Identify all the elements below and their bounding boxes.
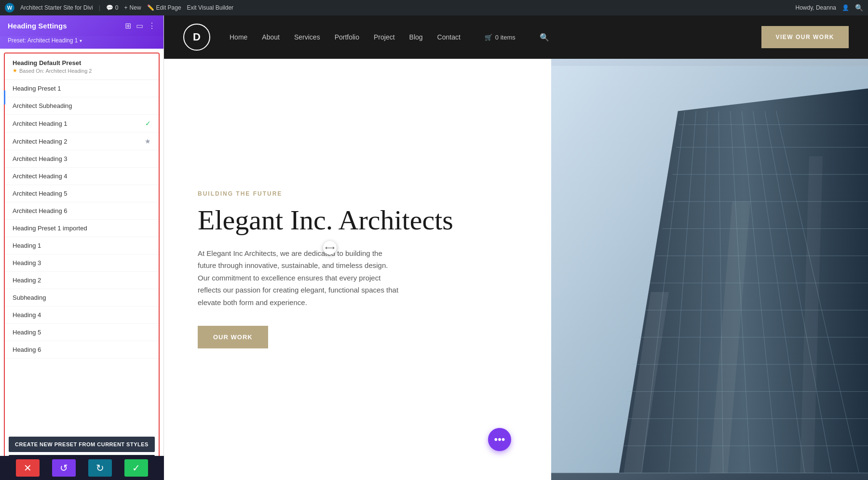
close-button[interactable]: ✕ — [16, 459, 40, 477]
heading-settings-panel: Heading Settings ⊞ ▭ ⋮ Preset: Architect… — [0, 15, 164, 480]
exit-visual-builder-link[interactable]: Exit Visual Builder — [187, 4, 234, 11]
create-preset-button[interactable]: Create New Preset From Current Styles — [9, 437, 155, 452]
nav-search-icon[interactable]: 🔍 — [540, 33, 549, 42]
site-name[interactable]: Architect Starter Site for Divi — [20, 4, 93, 11]
preset-item-label: Heading 5 — [13, 329, 41, 336]
preset-item-label: Heading 1 — [13, 242, 41, 249]
preset-item-label: Architect Heading 1 — [13, 120, 67, 127]
preset-item-label: Architect Heading 5 — [13, 190, 67, 197]
star-icon: ★ — [13, 67, 17, 74]
list-item[interactable]: Heading 4 — [5, 307, 159, 324]
bottom-toolbar: ✕ ↺ ↻ ✓ — [0, 456, 164, 480]
nav-cart[interactable]: 🛒 0 items — [485, 34, 515, 41]
based-on-info: ★ Based On: Architect Heading 2 — [13, 67, 151, 74]
list-item[interactable]: Heading 5 — [5, 324, 159, 341]
preset-selector[interactable]: Preset: Architect Heading 1 ▾ — [0, 36, 163, 49]
preset-items-list: Heading Preset 1Architect SubheadingArch… — [5, 80, 159, 432]
list-item[interactable]: Heading 6 — [5, 341, 159, 359]
nav-home[interactable]: Home — [230, 33, 247, 41]
hero-body-text: At Elegant Inc Architects, we are dedica… — [198, 247, 400, 309]
preset-item-label: Heading Preset 1 — [13, 85, 61, 92]
hero-section: Building the Future Elegant Inc. Archite… — [164, 59, 868, 480]
list-item[interactable]: Heading 3 — [5, 254, 159, 272]
list-item[interactable]: Heading 2 — [5, 272, 159, 289]
hero-title: Elegant Inc. Architects — [198, 205, 517, 236]
nav-contact[interactable]: Contact — [437, 33, 461, 41]
comment-count[interactable]: 💬 0 — [106, 4, 119, 11]
active-indicator — [4, 90, 5, 105]
list-item[interactable]: Heading Preset 1 imported — [5, 220, 159, 237]
site-logo[interactable]: D — [183, 24, 210, 51]
preset-item-label: Architect Heading 3 — [13, 155, 67, 162]
maximize-icon[interactable]: ⊞ — [125, 21, 131, 30]
user-avatar[interactable]: 👤 — [842, 4, 849, 11]
building-illustration — [551, 59, 868, 480]
list-item[interactable]: Architect Heading 2★ — [5, 133, 159, 150]
nav-cta-button[interactable]: View Our Work — [761, 26, 849, 48]
panel-title: Heading Settings — [8, 22, 67, 30]
preset-item-label: Heading Preset 1 imported — [13, 225, 87, 232]
preset-item-label: Architect Heading 2 — [13, 138, 67, 145]
resize-handle[interactable]: ⟷ — [323, 241, 337, 254]
list-item[interactable]: Architect Heading 6 — [5, 202, 159, 220]
list-item[interactable]: Architect Heading 3 — [5, 150, 159, 168]
fab-button[interactable]: ••• — [488, 428, 511, 451]
list-item[interactable]: Heading 1 — [5, 237, 159, 254]
list-item[interactable]: Subheading — [5, 289, 159, 307]
star-icon: ★ — [145, 137, 151, 145]
preset-item-label: Heading 2 — [13, 277, 41, 284]
list-item[interactable]: Architect Subheading — [5, 97, 159, 115]
main-area: Heading Settings ⊞ ▭ ⋮ Preset: Architect… — [0, 15, 868, 480]
nav-links: Home About Services Portfolio Project Bl… — [230, 33, 742, 42]
preset-item-label: Heading 6 — [13, 346, 41, 353]
chevron-down-icon: ▾ — [80, 38, 82, 43]
cart-icon: 🛒 — [485, 34, 492, 41]
undo-button[interactable]: ↺ — [52, 459, 76, 477]
preset-list-container: Heading Default Preset ★ Based On: Archi… — [4, 53, 160, 476]
nav-project[interactable]: Project — [374, 33, 395, 41]
panel-header: Heading Settings ⊞ ▭ ⋮ — [0, 15, 163, 36]
preset-item-label: Architect Heading 6 — [13, 207, 67, 214]
nav-portfolio[interactable]: Portfolio — [335, 33, 359, 41]
list-item[interactable]: Architect Heading 5 — [5, 185, 159, 202]
edit-page-link[interactable]: ✏️ Edit Page — [147, 4, 181, 11]
hero-content: Building the Future Elegant Inc. Archite… — [164, 59, 551, 480]
site-navigation: D Home About Services Portfolio Project … — [164, 15, 868, 59]
preset-label: Preset: Architect Heading 1 — [8, 37, 78, 44]
preset-item-label: Heading 4 — [13, 311, 41, 319]
preset-item-label: Architect Subheading — [13, 102, 72, 109]
preset-item-label: Architect Heading 4 — [13, 173, 67, 180]
nav-services[interactable]: Services — [294, 33, 320, 41]
default-preset-title: Heading Default Preset — [13, 59, 151, 67]
hero-cta-button[interactable]: Our Work — [198, 326, 268, 348]
nav-about[interactable]: About — [262, 33, 280, 41]
wp-admin-bar: W Architect Starter Site for Divi | 💬 0 … — [0, 0, 868, 15]
hero-eyebrow: Building the Future — [198, 190, 517, 197]
list-item[interactable]: Heading Preset 1 — [5, 80, 159, 97]
layout-icon[interactable]: ▭ — [136, 21, 143, 30]
wp-logo-icon[interactable]: W — [5, 3, 14, 13]
hero-image — [551, 59, 868, 480]
redo-button[interactable]: ↻ — [88, 459, 112, 477]
checkmark-icon: ✓ — [145, 120, 151, 127]
howdy-text: Howdy, Deanna — [796, 4, 837, 11]
website-preview: ⟷ D Home About Services Portfolio Projec… — [164, 15, 868, 480]
default-preset-item[interactable]: Heading Default Preset ★ Based On: Archi… — [5, 53, 159, 80]
more-options-icon[interactable]: ⋮ — [148, 21, 156, 30]
preset-item-label: Heading 3 — [13, 259, 41, 267]
nav-blog[interactable]: Blog — [409, 33, 423, 41]
preset-item-label: Subheading — [13, 294, 46, 301]
confirm-button[interactable]: ✓ — [124, 459, 148, 477]
new-button[interactable]: + New — [124, 4, 141, 11]
list-item[interactable]: Architect Heading 1✓ — [5, 115, 159, 133]
admin-search-icon[interactable]: 🔍 — [855, 4, 863, 12]
panel-header-icons: ⊞ ▭ ⋮ — [125, 21, 156, 30]
list-item[interactable]: Architect Heading 4 — [5, 168, 159, 185]
